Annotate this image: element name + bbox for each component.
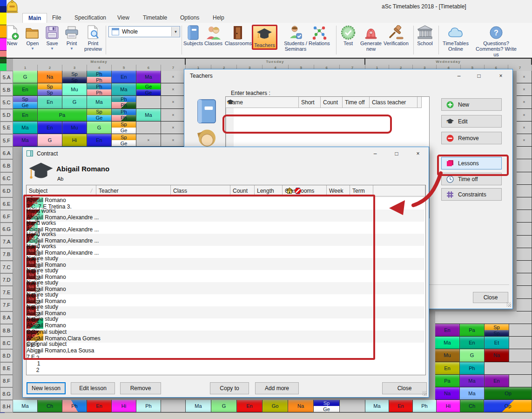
timetable-cell[interactable]: En bbox=[112, 71, 136, 83]
row-label[interactable]: 8.D bbox=[0, 349, 13, 362]
lesson-row[interactable]: NaNature studyAbigail Romano6.C21 bbox=[27, 270, 424, 282]
constraints-button[interactable]: Constraints bbox=[441, 188, 502, 201]
timetable-cell[interactable]: En bbox=[13, 83, 38, 96]
new-teacher-button[interactable]: New bbox=[441, 98, 502, 111]
timetable-cell[interactable]: Hi bbox=[112, 400, 136, 412]
timetable-cell[interactable] bbox=[517, 286, 532, 298]
timetable-cell[interactable]: Ma bbox=[13, 122, 38, 134]
timetable-cell[interactable]: Ma bbox=[365, 400, 389, 412]
timetable-cell[interactable]: × bbox=[517, 109, 532, 122]
column-header-name[interactable]: Name bbox=[226, 97, 299, 108]
timetable-cell[interactable]: Ma bbox=[460, 375, 485, 387]
timetable-cell[interactable]: × bbox=[517, 96, 532, 108]
row-label[interactable]: 6.D bbox=[0, 185, 13, 197]
timetable-cell[interactable] bbox=[517, 299, 532, 311]
timetable-cell[interactable] bbox=[517, 248, 532, 261]
timetable-cell[interactable]: G bbox=[460, 349, 485, 362]
timetable-cell[interactable]: Hi bbox=[437, 400, 460, 412]
timetable-cell[interactable]: En bbox=[13, 109, 38, 122]
timetable-cell[interactable]: × bbox=[161, 134, 186, 147]
timetable-cell[interactable]: En bbox=[87, 134, 112, 147]
timetable-cell[interactable]: En bbox=[435, 324, 460, 337]
column-header-count[interactable]: Count bbox=[230, 185, 255, 196]
timetable-cell[interactable]: SpGe bbox=[13, 96, 38, 108]
timetable-cell[interactable] bbox=[0, 38, 7, 51]
timetable-cell[interactable]: Ph bbox=[136, 400, 161, 412]
timetable-cell[interactable]: Na bbox=[38, 71, 62, 83]
timetable-cell[interactable] bbox=[485, 362, 532, 375]
timetable-cell[interactable] bbox=[0, 51, 7, 63]
row-label[interactable]: 5.E bbox=[0, 122, 13, 134]
timetable-cell[interactable]: × bbox=[136, 134, 161, 147]
timetable-cell[interactable]: Ph bbox=[413, 400, 437, 412]
row-label[interactable]: 8.F bbox=[0, 375, 13, 387]
minimize-button[interactable]: – bbox=[452, 71, 466, 81]
timetable-cell[interactable]: G bbox=[87, 122, 112, 134]
timetable-cell[interactable]: Ma bbox=[13, 134, 38, 147]
lessons-button[interactable]: Lessons bbox=[441, 157, 502, 169]
timetable-cell[interactable]: × bbox=[161, 83, 186, 96]
edit-teacher-button[interactable]: Edit bbox=[441, 115, 502, 128]
timetable-cell[interactable]: Ma bbox=[186, 400, 211, 412]
timetable-cell[interactable] bbox=[161, 400, 186, 412]
timetable-cell[interactable] bbox=[509, 337, 532, 349]
column-header-length[interactable]: Length bbox=[255, 185, 283, 196]
timetable-cell[interactable]: En bbox=[389, 400, 413, 412]
row-label[interactable]: 8.E bbox=[0, 362, 13, 375]
timetable-cell[interactable]: En bbox=[435, 362, 460, 375]
column-header-class[interactable]: Class bbox=[171, 185, 230, 196]
lesson-row[interactable]: OpOptional subjectAbigail Romano,Clara G… bbox=[27, 318, 424, 331]
timetable-cell[interactable]: En bbox=[237, 400, 263, 412]
timetable-cell[interactable] bbox=[517, 261, 532, 273]
timetable-cell[interactable]: Mu bbox=[62, 83, 87, 96]
timetable-cell[interactable] bbox=[517, 273, 532, 286]
timetable-cell[interactable]: GeGe bbox=[136, 83, 161, 96]
timetable-cell[interactable]: SpSp bbox=[485, 324, 509, 337]
timetable-cell[interactable] bbox=[517, 147, 532, 159]
contract-dialog-titlebar[interactable]: Contract – □ × bbox=[23, 147, 429, 160]
maximize-button[interactable]: □ bbox=[472, 71, 486, 81]
timetable-cell[interactable]: × bbox=[517, 134, 532, 147]
lesson-row[interactable]: NaNature studyAbigail Romano8.B21 bbox=[27, 282, 424, 294]
row-label[interactable]: 6.C bbox=[0, 172, 13, 185]
timetable-cell[interactable] bbox=[509, 324, 532, 337]
timetable-cell[interactable]: Ch bbox=[460, 400, 484, 412]
column-header-class-teacher[interactable]: Class teacher bbox=[370, 97, 418, 108]
timetable-cell[interactable] bbox=[0, 13, 7, 25]
timetable-cell[interactable]: PhPh bbox=[87, 71, 112, 83]
timetable-cell[interactable]: Ma bbox=[112, 83, 136, 96]
timetable-cell[interactable]: G bbox=[211, 400, 237, 412]
maximize-button[interactable]: □ bbox=[390, 149, 404, 158]
timetable-cell[interactable]: Hi bbox=[62, 134, 87, 147]
edit-lesson-button[interactable]: Edit lesson bbox=[71, 382, 115, 394]
row-label[interactable]: 6.F bbox=[0, 210, 13, 223]
row-label[interactable]: 5.D bbox=[0, 109, 13, 122]
timetable-cell[interactable] bbox=[0, 0, 7, 13]
timetable-cell[interactable]: Ma bbox=[136, 71, 161, 83]
timetable-cell[interactable]: SpSp bbox=[38, 83, 62, 96]
row-label[interactable]: 7.D bbox=[0, 273, 13, 286]
close-window-button[interactable]: × bbox=[494, 71, 508, 81]
timetable-cell[interactable]: Ma bbox=[87, 96, 112, 108]
timetable-cell[interactable] bbox=[517, 185, 532, 197]
remove-lesson-button[interactable]: Remove bbox=[120, 382, 161, 394]
timetable-cell[interactable]: Op bbox=[485, 387, 532, 400]
timetable-cell[interactable]: SpGe bbox=[87, 109, 112, 122]
row-label[interactable]: 7.F bbox=[0, 299, 13, 311]
timetable-cell[interactable]: G bbox=[38, 134, 62, 147]
row-label[interactable]: 6.B bbox=[0, 159, 13, 172]
timetable-cell[interactable] bbox=[517, 172, 532, 185]
add-more-button[interactable]: Add more bbox=[255, 382, 299, 394]
timetable-cell[interactable] bbox=[517, 210, 532, 223]
teachers-close-button[interactable]: Close bbox=[473, 292, 508, 303]
resize-grip[interactable] bbox=[506, 302, 511, 307]
timetable-cell[interactable]: Ph bbox=[62, 400, 87, 412]
timetable-cell[interactable]: PhPh bbox=[112, 109, 136, 122]
row-label[interactable]: 7.A bbox=[0, 236, 13, 248]
timetable-cell[interactable] bbox=[136, 96, 161, 108]
timetable-cell[interactable] bbox=[340, 400, 365, 412]
timetable-cell[interactable]: Ma bbox=[460, 387, 485, 400]
new-lesson-button[interactable]: New lesson bbox=[27, 382, 66, 394]
time-off-button[interactable]: Time off bbox=[441, 173, 502, 185]
contract-close-button[interactable]: Close bbox=[382, 382, 427, 394]
